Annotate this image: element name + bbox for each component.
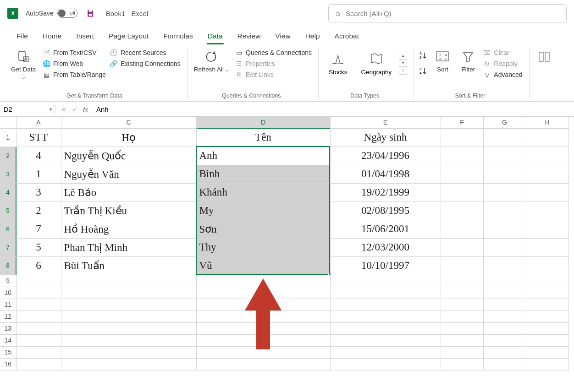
from-web-button[interactable]: 🌐From Web bbox=[42, 60, 106, 68]
cell-H6[interactable] bbox=[526, 220, 568, 238]
advanced-filter-button[interactable]: ▽Advanced bbox=[483, 71, 522, 79]
cell-E16[interactable] bbox=[330, 358, 441, 370]
cell-H1[interactable] bbox=[526, 128, 568, 147]
cell-C14[interactable] bbox=[61, 334, 196, 346]
cell-G2[interactable] bbox=[483, 147, 526, 165]
cell-E12[interactable] bbox=[330, 310, 441, 322]
cell-F14[interactable] bbox=[441, 334, 483, 346]
cell-G6[interactable] bbox=[483, 220, 526, 238]
spreadsheet-grid[interactable]: ACDEFGH1STTHọTênNgày sinh24Nguyễn QuốcAn… bbox=[0, 117, 574, 370]
cell-C3[interactable]: Nguyễn Văn bbox=[61, 165, 196, 183]
cell-A4[interactable]: 3 bbox=[16, 183, 61, 201]
tab-formulas[interactable]: Formulas bbox=[156, 28, 200, 44]
cell-G15[interactable] bbox=[483, 346, 526, 358]
cell-H2[interactable] bbox=[526, 147, 568, 165]
cell-F15[interactable] bbox=[441, 346, 483, 358]
tab-page-layout[interactable]: Page Layout bbox=[101, 28, 156, 44]
cell-C4[interactable]: Lê Bảo bbox=[61, 183, 196, 201]
cell-A12[interactable] bbox=[16, 310, 61, 322]
column-header-C[interactable]: C bbox=[61, 117, 196, 128]
tab-file[interactable]: File bbox=[9, 28, 35, 44]
cell-G1[interactable] bbox=[483, 128, 526, 147]
cell-G3[interactable] bbox=[483, 165, 526, 183]
cell-A9[interactable] bbox=[16, 275, 61, 287]
cell-C16[interactable] bbox=[61, 358, 196, 370]
cell-A2[interactable]: 4 bbox=[16, 147, 61, 165]
from-table-range-button[interactable]: ▦From Table/Range bbox=[42, 71, 106, 79]
tab-review[interactable]: Review bbox=[230, 28, 268, 44]
column-header-F[interactable]: F bbox=[441, 117, 483, 128]
cell-A8[interactable]: 6 bbox=[16, 256, 61, 275]
select-all-corner[interactable] bbox=[0, 117, 16, 128]
cell-E9[interactable] bbox=[330, 275, 441, 287]
cell-F16[interactable] bbox=[441, 358, 483, 370]
cell-G7[interactable] bbox=[483, 238, 526, 256]
cell-D15[interactable] bbox=[196, 346, 330, 358]
cell-H11[interactable] bbox=[526, 299, 568, 310]
cell-A3[interactable]: 1 bbox=[16, 165, 61, 183]
cell-A5[interactable]: 2 bbox=[16, 201, 61, 220]
cell-H8[interactable] bbox=[526, 256, 568, 275]
cell-F8[interactable] bbox=[441, 256, 483, 275]
cell-F10[interactable] bbox=[441, 287, 483, 299]
row-header-15[interactable]: 15 bbox=[0, 346, 16, 358]
cell-F3[interactable] bbox=[441, 165, 483, 183]
search-input[interactable]: Search (Alt+Q) bbox=[328, 4, 567, 22]
sort-descending-button[interactable]: ZA bbox=[418, 66, 428, 76]
row-header-3[interactable]: 3 bbox=[0, 165, 16, 183]
cell-E13[interactable] bbox=[330, 322, 441, 334]
column-header-H[interactable]: H bbox=[526, 117, 568, 128]
cell-D1[interactable]: Tên bbox=[196, 128, 330, 147]
cell-G9[interactable] bbox=[483, 275, 526, 287]
cell-D4[interactable]: Khánh bbox=[196, 183, 330, 201]
cell-A1[interactable]: STT bbox=[16, 128, 61, 147]
existing-connections-button[interactable]: 🔗Existing Connections bbox=[110, 60, 181, 68]
cell-E11[interactable] bbox=[330, 299, 441, 310]
cell-D3[interactable]: Bình bbox=[196, 165, 330, 183]
fx-icon[interactable]: fx bbox=[80, 106, 91, 113]
cell-G10[interactable] bbox=[483, 287, 526, 299]
cell-D11[interactable] bbox=[196, 299, 330, 310]
get-data-button[interactable]: Get Data bbox=[8, 48, 39, 81]
data-types-scroll[interactable]: ▴▾▿ bbox=[399, 52, 407, 75]
cell-F1[interactable] bbox=[441, 128, 483, 147]
cell-A11[interactable] bbox=[16, 299, 61, 310]
row-header-11[interactable]: 11 bbox=[0, 299, 16, 310]
cell-E10[interactable] bbox=[330, 287, 441, 299]
cell-G8[interactable] bbox=[483, 256, 526, 275]
row-header-7[interactable]: 7 bbox=[0, 238, 16, 256]
cell-H5[interactable] bbox=[526, 201, 568, 220]
cell-D16[interactable] bbox=[196, 358, 330, 370]
name-box[interactable]: D2 ▾ bbox=[0, 102, 54, 116]
cell-H13[interactable] bbox=[526, 322, 568, 334]
row-header-13[interactable]: 13 bbox=[0, 322, 16, 334]
cell-E8[interactable]: 10/10/1997 bbox=[330, 256, 441, 275]
tab-help[interactable]: Help bbox=[298, 28, 327, 44]
toggle-switch[interactable]: Off bbox=[57, 9, 77, 18]
cell-C7[interactable]: Phan Thị Minh bbox=[61, 238, 196, 256]
cell-C10[interactable] bbox=[61, 287, 196, 299]
cell-H10[interactable] bbox=[526, 287, 568, 299]
row-header-8[interactable]: 8 bbox=[0, 256, 16, 275]
cell-H4[interactable] bbox=[526, 183, 568, 201]
cell-E1[interactable]: Ngày sinh bbox=[330, 128, 441, 147]
filter-button[interactable]: Filter bbox=[457, 48, 479, 74]
cell-G13[interactable] bbox=[483, 322, 526, 334]
cell-G11[interactable] bbox=[483, 299, 526, 310]
cell-F6[interactable] bbox=[441, 220, 483, 238]
column-header-A[interactable]: A bbox=[16, 117, 61, 128]
cell-D8[interactable]: Vũ bbox=[196, 256, 330, 275]
cell-H12[interactable] bbox=[526, 310, 568, 322]
stocks-button[interactable]: Stocks bbox=[322, 48, 354, 78]
cell-A7[interactable]: 5 bbox=[16, 238, 61, 256]
geography-button[interactable]: Geography bbox=[355, 48, 398, 78]
cell-C5[interactable]: Trần Thị Kiều bbox=[61, 201, 196, 220]
refresh-all-button[interactable]: Refresh All bbox=[191, 48, 231, 74]
cell-C11[interactable] bbox=[61, 299, 196, 310]
row-header-14[interactable]: 14 bbox=[0, 334, 16, 346]
row-header-1[interactable]: 1 bbox=[0, 128, 16, 147]
tab-acrobat[interactable]: Acrobat bbox=[327, 28, 366, 44]
row-header-2[interactable]: 2 bbox=[0, 147, 16, 165]
cell-H14[interactable] bbox=[526, 334, 568, 346]
row-header-16[interactable]: 16 bbox=[0, 358, 16, 370]
